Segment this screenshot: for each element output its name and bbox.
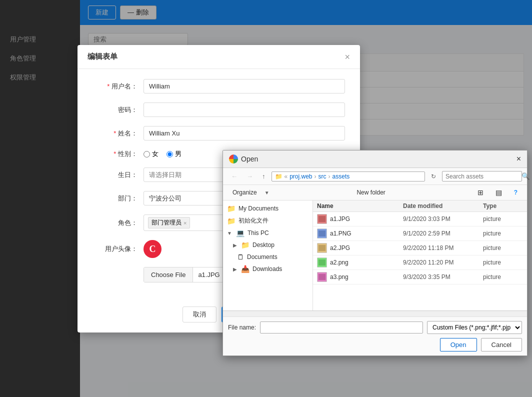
filename-row: File name: Custom Files (*.png;*.jfif;*.… bbox=[228, 321, 522, 334]
choose-file-button[interactable]: Choose File bbox=[144, 268, 193, 282]
file-date-2: 9/2/2020 11:18 PM bbox=[403, 244, 483, 252]
tree-item-my-documents[interactable]: 📁 My Documents bbox=[223, 202, 312, 214]
gender-radio-group: 女 男 bbox=[144, 150, 182, 158]
file-row-3[interactable]: a2.png 9/2/2020 11:20 PM picture bbox=[313, 256, 527, 270]
tree-item-this-pc[interactable]: ▼ 💻 This PC bbox=[223, 227, 312, 239]
file-type-1: picture bbox=[483, 230, 523, 237]
breadcrumb-arrow1: › bbox=[314, 173, 316, 180]
role-tag-close[interactable]: × bbox=[184, 220, 186, 226]
dialog-footer: File name: Custom Files (*.png;*.jfif;*.… bbox=[223, 316, 527, 356]
svg-rect-5 bbox=[318, 245, 326, 251]
gender-female-label: 女 bbox=[152, 150, 158, 158]
realname-input[interactable] bbox=[144, 126, 345, 140]
birthdate-label: 生日： bbox=[92, 170, 138, 180]
documents-icon: 🗒 bbox=[237, 253, 244, 261]
modal-title: 编辑表单 bbox=[88, 52, 118, 62]
file-list: Name Date modified Type a1.JPG 9/1/2020 … bbox=[313, 200, 527, 310]
file-thumb-1 bbox=[317, 228, 327, 238]
gender-female-option[interactable]: 女 bbox=[144, 150, 158, 158]
new-folder-button[interactable]: New folder bbox=[352, 188, 390, 198]
file-thumb-0 bbox=[317, 214, 327, 224]
avatar-label: 用户头像： bbox=[92, 244, 138, 254]
tree-item-documents[interactable]: 🗒 Documents bbox=[223, 251, 312, 263]
file-open-dialog: Open × ← → ↑ 📁 « proj.web › src › assets… bbox=[222, 150, 528, 356]
file-type-0: picture bbox=[483, 216, 523, 222]
file-thumb-3 bbox=[317, 258, 327, 268]
dialog-actions: Organize ▼ New folder ⊞ ▤ ? bbox=[223, 185, 527, 200]
gender-male-label: 男 bbox=[175, 150, 182, 158]
downloads-expand: ▶ bbox=[233, 266, 237, 272]
gender-male-radio[interactable] bbox=[166, 151, 173, 158]
dialog-cancel-button[interactable]: Cancel bbox=[481, 338, 522, 352]
dialog-close-button[interactable]: × bbox=[516, 155, 521, 163]
svg-rect-9 bbox=[318, 274, 326, 280]
refresh-button[interactable]: ↻ bbox=[428, 172, 439, 182]
breadcrumb-bar: 📁 « proj.web › src › assets bbox=[272, 172, 426, 182]
tree-item-init-files[interactable]: 📁 初始化文件 bbox=[223, 214, 312, 227]
realname-row: 姓名： bbox=[92, 126, 345, 140]
department-label: 部门： bbox=[92, 194, 138, 203]
file-date-4: 9/3/2020 3:35 PM bbox=[403, 274, 483, 280]
dialog-body: 📁 My Documents 📁 初始化文件 ▼ 💻 This PC ▶ 📁 D… bbox=[223, 200, 527, 310]
gender-female-radio[interactable] bbox=[144, 151, 150, 158]
breadcrumb-part3[interactable]: assets bbox=[332, 173, 350, 180]
init-files-icon: 📁 bbox=[227, 217, 236, 225]
horizontal-scrollbar[interactable] bbox=[223, 310, 527, 316]
tree-item-desktop[interactable]: ▶ 📁 Desktop bbox=[223, 239, 312, 251]
downloads-icon: 📥 bbox=[241, 265, 250, 273]
file-thumb-4 bbox=[317, 272, 327, 282]
cancel-button[interactable]: 取消 bbox=[182, 306, 216, 322]
view-preview-button[interactable]: ▤ bbox=[491, 187, 506, 198]
avatar-letter: C bbox=[150, 244, 156, 254]
avatar-icon: C bbox=[144, 240, 162, 258]
this-pc-icon: 💻 bbox=[236, 229, 244, 237]
desktop-expand: ▶ bbox=[233, 242, 237, 248]
file-thumb-2 bbox=[317, 243, 327, 253]
search-submit-button[interactable]: 🔍 bbox=[520, 172, 531, 180]
init-files-label: 初始化文件 bbox=[238, 216, 268, 225]
password-input[interactable] bbox=[144, 102, 345, 117]
help-button[interactable]: ? bbox=[510, 188, 522, 198]
breadcrumb-part1[interactable]: proj.web bbox=[290, 173, 312, 180]
col-name-header: Name bbox=[317, 202, 403, 210]
file-date-3: 9/2/2020 11:20 PM bbox=[403, 259, 483, 266]
filename-label: File name: bbox=[228, 324, 256, 331]
search-input-dialog[interactable] bbox=[446, 173, 520, 180]
svg-rect-7 bbox=[318, 260, 326, 266]
breadcrumb-folder-icon: 📁 bbox=[275, 173, 282, 180]
col-date-header: Date modified bbox=[403, 202, 483, 210]
forward-button[interactable]: → bbox=[244, 171, 256, 182]
gender-male-option[interactable]: 男 bbox=[166, 150, 182, 158]
dialog-titlebar: Open × bbox=[223, 150, 527, 168]
back-button[interactable]: ← bbox=[228, 171, 240, 182]
role-tag-label: 部门管理员 bbox=[152, 218, 182, 227]
file-row-4[interactable]: a3.png 9/3/2020 3:35 PM picture bbox=[313, 270, 527, 284]
file-name-0: a1.JPG bbox=[330, 216, 350, 222]
open-button[interactable]: Open bbox=[440, 338, 477, 352]
file-type-3: picture bbox=[483, 259, 523, 266]
breadcrumb-part2[interactable]: src bbox=[318, 173, 326, 180]
file-row-1[interactable]: a1.PNG 9/1/2020 2:59 PM picture bbox=[313, 226, 527, 241]
file-list-header: Name Date modified Type bbox=[313, 200, 527, 212]
file-name-2: a2.JPG bbox=[330, 244, 350, 252]
role-tag: 部门管理员 × bbox=[148, 217, 190, 228]
file-row-0[interactable]: a1.JPG 9/1/2020 3:03 PM picture bbox=[313, 212, 527, 226]
svg-rect-1 bbox=[318, 216, 326, 222]
filename-input[interactable] bbox=[260, 322, 423, 334]
file-date-1: 9/1/2020 2:59 PM bbox=[403, 230, 483, 237]
my-documents-icon: 📁 bbox=[227, 204, 236, 212]
modal-close-button[interactable]: × bbox=[344, 52, 350, 62]
documents-label: Documents bbox=[247, 254, 278, 260]
view-details-button[interactable]: ⊞ bbox=[473, 187, 488, 198]
filetype-select[interactable]: Custom Files (*.png;*.jfif;*.pjpe bbox=[427, 321, 522, 334]
organize-button[interactable]: Organize bbox=[228, 188, 262, 198]
username-input[interactable] bbox=[144, 79, 345, 94]
chrome-icon bbox=[229, 154, 238, 164]
up-button[interactable]: ↑ bbox=[259, 171, 268, 182]
file-date-0: 9/1/2020 3:03 PM bbox=[403, 216, 483, 222]
file-row-2[interactable]: a2.JPG 9/2/2020 11:18 PM picture bbox=[313, 241, 527, 256]
organize-arrow: ▼ bbox=[264, 190, 270, 196]
tree-item-downloads[interactable]: ▶ 📥 Downloads bbox=[223, 263, 312, 275]
password-row: 密码： bbox=[92, 102, 345, 117]
gender-label: 性别： bbox=[92, 150, 138, 158]
